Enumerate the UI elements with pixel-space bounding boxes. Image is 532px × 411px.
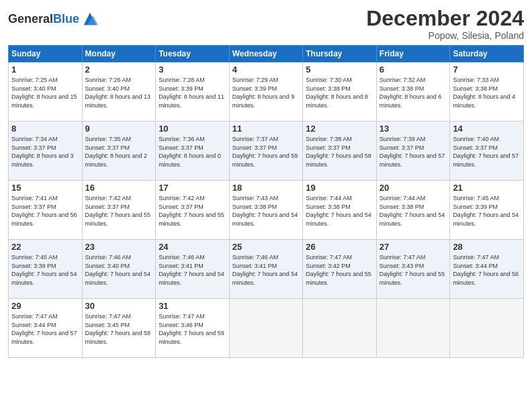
month-title: December 2024 <box>366 7 524 30</box>
table-row: 9 Sunrise: 7:35 AMSunset: 3:37 PMDayligh… <box>82 122 156 181</box>
day-info: Sunrise: 7:47 AMSunset: 3:46 PMDaylight:… <box>159 312 226 346</box>
table-row: 19 Sunrise: 7:44 AMSunset: 3:38 PMDaylig… <box>303 181 377 240</box>
day-number: 25 <box>232 242 300 252</box>
calendar-table: Sunday Monday Tuesday Wednesday Thursday… <box>8 45 524 358</box>
day-info: Sunrise: 7:35 AMSunset: 3:37 PMDaylight:… <box>85 135 153 169</box>
day-info: Sunrise: 7:44 AMSunset: 3:38 PMDaylight:… <box>306 194 373 228</box>
day-info: Sunrise: 7:29 AMSunset: 3:39 PMDaylight:… <box>232 76 300 109</box>
day-info: Sunrise: 7:46 AMSunset: 3:40 PMDaylight:… <box>85 253 153 287</box>
day-number: 27 <box>380 242 447 252</box>
day-number: 30 <box>85 301 153 311</box>
day-info: Sunrise: 7:47 AMSunset: 3:44 PMDaylight:… <box>453 253 521 287</box>
table-row: 17 Sunrise: 7:42 AMSunset: 3:37 PMDaylig… <box>156 181 230 240</box>
day-info: Sunrise: 7:45 AMSunset: 3:39 PMDaylight:… <box>11 253 79 287</box>
day-info: Sunrise: 7:39 AMSunset: 3:37 PMDaylight:… <box>380 135 447 169</box>
day-number: 12 <box>306 124 373 134</box>
table-row: 4 Sunrise: 7:29 AMSunset: 3:39 PMDayligh… <box>229 62 303 122</box>
day-info: Sunrise: 7:43 AMSunset: 3:38 PMDaylight:… <box>232 194 300 228</box>
col-saturday: Saturday <box>450 46 524 62</box>
table-row: 27 Sunrise: 7:47 AMSunset: 3:43 PMDaylig… <box>376 240 450 299</box>
col-tuesday: Tuesday <box>156 46 230 62</box>
calendar-week-row: 22 Sunrise: 7:45 AMSunset: 3:39 PMDaylig… <box>9 240 524 299</box>
calendar-header-row: Sunday Monday Tuesday Wednesday Thursday… <box>9 46 524 62</box>
day-number: 24 <box>159 242 226 252</box>
day-info: Sunrise: 7:25 AMSunset: 3:40 PMDaylight:… <box>11 76 79 109</box>
table-row <box>376 299 450 358</box>
day-info: Sunrise: 7:38 AMSunset: 3:37 PMDaylight:… <box>306 135 373 169</box>
table-row <box>303 299 377 358</box>
day-number: 7 <box>453 64 521 75</box>
day-info: Sunrise: 7:32 AMSunset: 3:38 PMDaylight:… <box>380 76 447 109</box>
day-number: 19 <box>306 183 373 193</box>
table-row: 28 Sunrise: 7:47 AMSunset: 3:44 PMDaylig… <box>450 240 524 299</box>
col-thursday: Thursday <box>303 46 377 62</box>
table-row: 7 Sunrise: 7:33 AMSunset: 3:38 PMDayligh… <box>450 62 524 122</box>
day-info: Sunrise: 7:42 AMSunset: 3:37 PMDaylight:… <box>159 194 226 228</box>
table-row: 14 Sunrise: 7:40 AMSunset: 3:37 PMDaylig… <box>450 122 524 181</box>
table-row: 5 Sunrise: 7:30 AMSunset: 3:38 PMDayligh… <box>303 62 377 122</box>
day-number: 22 <box>11 242 79 252</box>
day-number: 23 <box>85 242 153 252</box>
header: GeneralBlue December 2024 Popow, Silesia… <box>8 7 524 41</box>
location: Popow, Silesia, Poland <box>366 30 524 41</box>
table-row: 23 Sunrise: 7:46 AMSunset: 3:40 PMDaylig… <box>82 240 156 299</box>
day-number: 21 <box>453 183 521 193</box>
calendar-week-row: 15 Sunrise: 7:41 AMSunset: 3:37 PMDaylig… <box>9 181 524 240</box>
day-number: 13 <box>380 124 447 134</box>
table-row: 22 Sunrise: 7:45 AMSunset: 3:39 PMDaylig… <box>9 240 83 299</box>
table-row: 1 Sunrise: 7:25 AMSunset: 3:40 PMDayligh… <box>9 62 83 122</box>
day-number: 3 <box>159 64 226 75</box>
day-number: 11 <box>232 124 300 134</box>
day-number: 8 <box>11 124 79 134</box>
table-row: 6 Sunrise: 7:32 AMSunset: 3:38 PMDayligh… <box>376 62 450 122</box>
table-row: 8 Sunrise: 7:34 AMSunset: 3:37 PMDayligh… <box>9 122 83 181</box>
day-number: 31 <box>159 301 226 311</box>
day-info: Sunrise: 7:47 AMSunset: 3:44 PMDaylight:… <box>11 312 79 346</box>
day-number: 5 <box>306 64 373 75</box>
day-number: 28 <box>453 242 521 252</box>
table-row: 15 Sunrise: 7:41 AMSunset: 3:37 PMDaylig… <box>9 181 83 240</box>
day-info: Sunrise: 7:45 AMSunset: 3:39 PMDaylight:… <box>453 194 521 228</box>
page-container: GeneralBlue December 2024 Popow, Silesia… <box>0 0 532 365</box>
day-info: Sunrise: 7:26 AMSunset: 3:40 PMDaylight:… <box>85 76 153 109</box>
col-sunday: Sunday <box>9 46 83 62</box>
table-row: 26 Sunrise: 7:47 AMSunset: 3:42 PMDaylig… <box>303 240 377 299</box>
table-row <box>450 299 524 358</box>
day-number: 9 <box>85 124 153 134</box>
day-info: Sunrise: 7:47 AMSunset: 3:42 PMDaylight:… <box>306 253 373 287</box>
table-row: 18 Sunrise: 7:43 AMSunset: 3:38 PMDaylig… <box>229 181 303 240</box>
logo: GeneralBlue <box>8 9 99 28</box>
day-info: Sunrise: 7:47 AMSunset: 3:43 PMDaylight:… <box>380 253 447 287</box>
calendar-week-row: 1 Sunrise: 7:25 AMSunset: 3:40 PMDayligh… <box>9 62 524 122</box>
day-number: 6 <box>380 64 447 75</box>
day-info: Sunrise: 7:42 AMSunset: 3:37 PMDaylight:… <box>85 194 153 228</box>
day-number: 15 <box>11 183 79 193</box>
day-info: Sunrise: 7:44 AMSunset: 3:38 PMDaylight:… <box>380 194 447 228</box>
table-row: 31 Sunrise: 7:47 AMSunset: 3:46 PMDaylig… <box>156 299 230 358</box>
table-row: 29 Sunrise: 7:47 AMSunset: 3:44 PMDaylig… <box>9 299 83 358</box>
day-number: 4 <box>232 64 300 75</box>
logo-icon <box>81 9 99 28</box>
day-info: Sunrise: 7:47 AMSunset: 3:45 PMDaylight:… <box>85 312 153 346</box>
table-row: 2 Sunrise: 7:26 AMSunset: 3:40 PMDayligh… <box>82 62 156 122</box>
col-wednesday: Wednesday <box>229 46 303 62</box>
day-info: Sunrise: 7:46 AMSunset: 3:41 PMDaylight:… <box>159 253 226 287</box>
table-row: 20 Sunrise: 7:44 AMSunset: 3:38 PMDaylig… <box>376 181 450 240</box>
day-info: Sunrise: 7:40 AMSunset: 3:37 PMDaylight:… <box>453 135 521 169</box>
day-number: 16 <box>85 183 153 193</box>
calendar-week-row: 8 Sunrise: 7:34 AMSunset: 3:37 PMDayligh… <box>9 122 524 181</box>
calendar-week-row: 29 Sunrise: 7:47 AMSunset: 3:44 PMDaylig… <box>9 299 524 358</box>
table-row: 25 Sunrise: 7:46 AMSunset: 3:41 PMDaylig… <box>229 240 303 299</box>
table-row: 16 Sunrise: 7:42 AMSunset: 3:37 PMDaylig… <box>82 181 156 240</box>
day-number: 26 <box>306 242 373 252</box>
table-row: 10 Sunrise: 7:36 AMSunset: 3:37 PMDaylig… <box>156 122 230 181</box>
day-info: Sunrise: 7:30 AMSunset: 3:38 PMDaylight:… <box>306 76 373 109</box>
table-row: 24 Sunrise: 7:46 AMSunset: 3:41 PMDaylig… <box>156 240 230 299</box>
table-row: 3 Sunrise: 7:28 AMSunset: 3:39 PMDayligh… <box>156 62 230 122</box>
day-number: 10 <box>159 124 226 134</box>
day-info: Sunrise: 7:37 AMSunset: 3:37 PMDaylight:… <box>232 135 300 169</box>
col-monday: Monday <box>82 46 156 62</box>
day-number: 20 <box>380 183 447 193</box>
day-number: 29 <box>11 301 79 311</box>
table-row: 11 Sunrise: 7:37 AMSunset: 3:37 PMDaylig… <box>229 122 303 181</box>
